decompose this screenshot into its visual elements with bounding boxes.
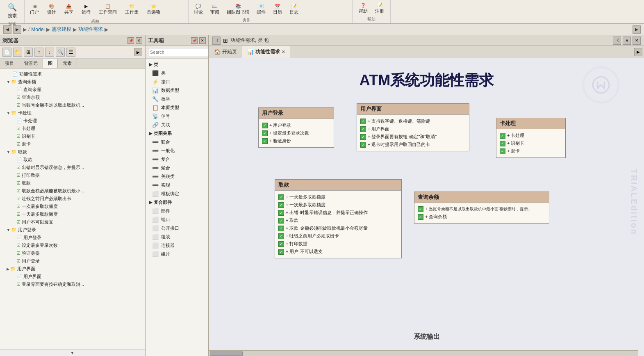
browser-menu-btn[interactable]: ☰ (66, 48, 75, 57)
tree-item-query-node[interactable]: 📄 查询余额 (0, 86, 145, 94)
tree-item-login-node[interactable]: 📄 用户登录 (0, 234, 145, 242)
calendar-button[interactable]: 📅 日历 (270, 2, 285, 17)
toolbox-item-enum[interactable]: 🔧 枚举 (146, 95, 208, 103)
tree-item-withdraw-c8[interactable]: ☑ 用户不可以透支 (0, 218, 145, 226)
browser-search-btn[interactable]: 🔍 (56, 48, 65, 57)
tree-item-withdraw-c2[interactable]: ☑ 打印数据 (0, 171, 145, 179)
tree-item-card-check3[interactable]: ☑ 退卡 (0, 140, 145, 148)
canvas-header-down-arrow[interactable]: ∨ (623, 37, 631, 45)
canvas-scrollbar-h[interactable] (209, 350, 638, 356)
register-button[interactable]: 📝 注册 (372, 1, 387, 16)
toolbox-item-lianjieqi[interactable]: ⬜ 连接器 (146, 241, 208, 250)
journal-button[interactable]: 📝 日志 (287, 2, 301, 17)
tab-home[interactable]: 🏠 开始页 (209, 46, 242, 58)
browser-up-btn[interactable]: ↑ (34, 48, 43, 57)
node-user-ui[interactable]: 用户界面 ✓ + 支持数字键、退格键、清除键 ✓ + 用户界面 ✓ + 登录界面 (357, 103, 469, 151)
node-user-login[interactable]: 用户登录 ✓ + 用户登录 ✓ + 设定最多登录次数 ✓ + 验证身份 (258, 107, 334, 148)
toolbox-item-guanlianlei[interactable]: ➖ 关联类 (146, 172, 208, 181)
node-qukuan[interactable]: 取款 ✓ + 一天最多取款额度 ✓ + 一次最多取款额度 ✓ + 出错 时显示错 (275, 179, 402, 258)
toolbox-item-zuzhuang[interactable]: ⬜ 组装 (146, 233, 208, 241)
browser-down-btn[interactable]: ↓ (45, 48, 54, 57)
tree-item-withdraw-c3[interactable]: ☑ 取款 (0, 179, 145, 187)
bc-model[interactable]: Model (31, 27, 45, 32)
library-button[interactable]: 📚 团队图书馆 (224, 2, 252, 17)
tree-item-withdraw-c6[interactable]: ☑ 一次最多取款额度 (0, 203, 145, 210)
tree-item-ui-group[interactable]: ▶ 📁 用户界面 (0, 265, 145, 273)
tree-item-query-check1[interactable]: ☑ 查询余额 (0, 94, 145, 101)
toolbox-section-fuhe[interactable]: ▶ 复合部件 (146, 198, 208, 207)
breadcrumb-right-arrow[interactable]: ▶ (633, 25, 641, 34)
canvas-header-right-arrow[interactable]: 《 (613, 37, 621, 45)
tree-item-login-c2[interactable]: ☑ 验证身份 (0, 249, 145, 257)
tree-item-card-check2[interactable]: ☑ 识别卡 (0, 132, 145, 140)
toolbox-item-juhe[interactable]: ➖ 聚合 (146, 164, 208, 172)
tree-item-card-group[interactable]: ▼ 📁 卡处理 (0, 109, 145, 117)
toolbox-item-interface[interactable]: ⚡ 接口 (146, 78, 208, 86)
tree-item-withdraw-c5[interactable]: ☑ 吐钱之前用户必须取出卡 (0, 195, 145, 203)
toolbox-close-btn[interactable]: ✕ (199, 37, 206, 44)
browser-scroll-down[interactable]: ▼ (0, 349, 145, 356)
run-button[interactable]: ▶ 运行 (79, 2, 93, 17)
tree-item-withdraw-node[interactable]: 📄 取款 (0, 156, 145, 164)
tree-item-query-check2[interactable]: ☑ 当账号余额不足以取出取款机... (0, 101, 145, 109)
toolbox-item-primtype[interactable]: 📋 本原类型 (146, 103, 208, 112)
tree-item-login-c1[interactable]: ☑ 设定最多登录次数 (0, 242, 145, 249)
toolbox-item-bujian[interactable]: ⬜ 部件 (146, 207, 208, 215)
browser-close-button[interactable]: ✕ (136, 37, 142, 44)
workset-button[interactable]: 📁 工作集 (122, 2, 141, 17)
toolbox-pin-btn[interactable]: 📌 (191, 37, 198, 44)
discuss-button[interactable]: 💬 讨论 (191, 2, 206, 17)
tab-project[interactable]: 项目 (0, 59, 19, 68)
toolbox-item-duankou[interactable]: ⬜ 端口 (146, 215, 208, 224)
tree-item-withdraw-group[interactable]: ▼ 📁 取款 (0, 148, 145, 156)
browser-view-btn[interactable]: ⊞ (24, 48, 33, 57)
toolbox-item-zupian[interactable]: ⬜ 组片 (146, 250, 208, 258)
tree-item-ui-c1[interactable]: ☑ 登录界面要有按钮确定和取消... (0, 281, 145, 288)
canvas-body[interactable]: ATM系统功能性需求 用户登录 ✓ + 用户登录 ✓ + 设定最多登录次数 (209, 58, 644, 356)
tree-item-card-node[interactable]: 📄 卡处理 (0, 117, 145, 125)
toolbox-item-class[interactable]: ⬛ 类 (146, 69, 208, 78)
toolbox-search-input[interactable] (148, 48, 209, 56)
tree-item-login-group[interactable]: ▼ 📁 用户登录 (0, 226, 145, 234)
bc-func[interactable]: 功能性需求 (78, 26, 103, 33)
node-chaxun-yue[interactable]: 查询余额 ✓ + 当账号余额不足以取出取款机中最小面 额钞票时，提示... ✓ … (414, 192, 549, 224)
help-button[interactable]: ❓ 帮助 (356, 1, 371, 16)
share-button[interactable]: 📤 共享 (61, 2, 76, 17)
tree-item-withdraw-c1[interactable]: ☑ 出错时显示错误信息，并提示... (0, 164, 145, 171)
browser-expand-btn[interactable]: ▶ (134, 48, 142, 56)
tree-item-login-c3[interactable]: ☑ 用户登录 (0, 257, 145, 265)
tree-item-card-check1[interactable]: ☑ 卡处理 (0, 125, 145, 132)
design-button[interactable]: 🎨 设计 (44, 2, 59, 17)
toolbox-item-fuhe[interactable]: ➖ 复合 (146, 155, 208, 164)
tree-item-ui-node[interactable]: 📄 用户界面 (0, 273, 145, 281)
toolbox-item-shixian[interactable]: ➖ 实现 (146, 181, 208, 189)
tab-func-req[interactable]: 📊 功能性需求 ✕ (242, 46, 290, 58)
canvas-collapse-left[interactable]: 《 (212, 37, 221, 45)
tree-item-func-req[interactable]: 📄 功能性需求 (0, 70, 145, 78)
preference-button[interactable]: ⭐ 首选项 (144, 2, 163, 17)
portal-button[interactable]: 🖥 门户 (27, 2, 42, 17)
bc-demand[interactable]: 需求建模 (52, 26, 71, 33)
tree-item-withdraw-c4[interactable]: ☑ 取款金额必须能被取款机最小... (0, 187, 145, 195)
workspace-button[interactable]: 📋 工作空间 (96, 2, 120, 17)
toolbox-item-template[interactable]: ⬜ 模板绑定 (146, 189, 208, 198)
toolbox-section-leiguanxi[interactable]: ▶ 类图关系 (146, 129, 208, 138)
toolbox-item-gongjie[interactable]: ⬜ 公开接口 (146, 224, 208, 233)
browser-file-btn[interactable]: 📄 (2, 48, 11, 57)
tab-bg[interactable]: 背景元 (19, 59, 43, 68)
scroll-thumb-h[interactable] (210, 351, 243, 356)
tree-item-withdraw-c7[interactable]: ☑ 一天最多取款额度 (0, 210, 145, 218)
func-req-tab-close[interactable]: ✕ (282, 50, 285, 54)
review-button[interactable]: 📖 审阅 (207, 2, 222, 17)
canvas-header-close[interactable]: ✕ (633, 37, 641, 45)
node-ka-chuli[interactable]: 卡处理 ✓ + 卡处理 ✓ + 识别卡 ✓ + 退卡 (496, 118, 566, 158)
back-button[interactable]: ◀ (3, 25, 11, 34)
tab-diagram[interactable]: 图 (43, 59, 58, 68)
tree-item-query-group[interactable]: ▼ 📁 查询余额 (0, 78, 145, 86)
toolbox-section-lei[interactable]: ▶ 类 (146, 60, 208, 69)
toolbox-item-yibanhua[interactable]: ➖ 一般化 (146, 146, 208, 155)
tab-element[interactable]: 元素 (58, 59, 77, 68)
browser-folder-btn[interactable]: 📁 (13, 48, 22, 57)
toolbox-item-lianhe[interactable]: ➖ 联合 (146, 138, 208, 146)
toolbox-item-datatype[interactable]: 📊 数据类型 (146, 86, 208, 95)
